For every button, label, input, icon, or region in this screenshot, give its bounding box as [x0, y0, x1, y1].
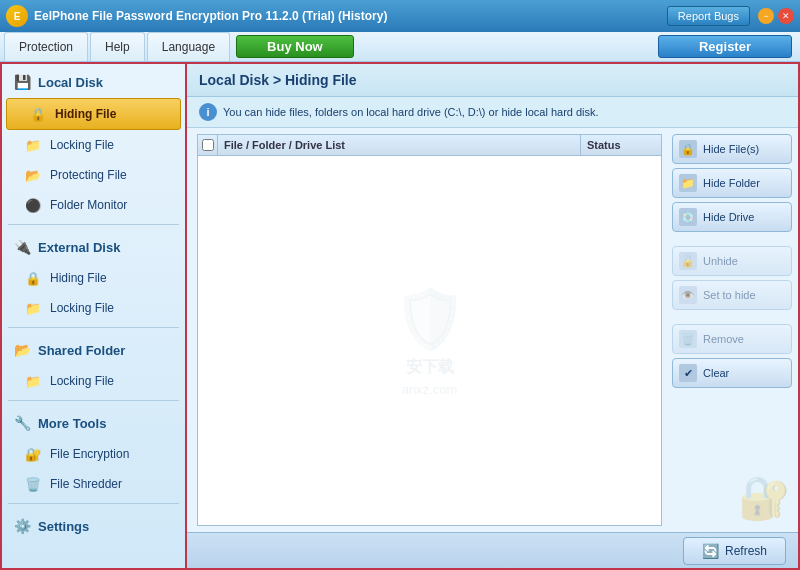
tab-language[interactable]: Language	[147, 32, 230, 61]
locking-file-icon: 📁	[24, 136, 42, 154]
set-to-hide-icon: 👁️	[679, 286, 697, 304]
settings-icon: ⚙️	[12, 516, 32, 536]
watermark-subtext: anxz.com	[402, 382, 458, 397]
select-all-checkbox[interactable]	[202, 139, 214, 151]
divider-1	[8, 224, 179, 225]
tab-help[interactable]: Help	[90, 32, 145, 61]
sidebar-item-hiding-file-local[interactable]: 🔒 Hiding File	[6, 98, 181, 130]
buy-now-button[interactable]: Buy Now	[236, 35, 354, 58]
sidebar-section-shared-folder: 📂 Shared Folder	[2, 332, 185, 366]
clear-icon: ✔	[679, 364, 697, 382]
close-button[interactable]: ✕	[778, 8, 794, 24]
shared-folder-icon: 📂	[12, 340, 32, 360]
content-area: Local Disk > Hiding File i You can hide …	[187, 64, 798, 568]
locking-file-shared-icon: 📁	[24, 372, 42, 390]
hide-drive-icon: 💿	[679, 208, 697, 226]
sidebar-item-folder-monitor[interactable]: ⚫ Folder Monitor	[2, 190, 185, 220]
action-buttons: 🔒 Hide File(s) 📁 Hide Folder 💿 Hide Driv…	[668, 128, 798, 532]
table-body: 🛡️ 安下载 anxz.com	[198, 156, 661, 525]
sidebar-item-hiding-file-external[interactable]: 🔒 Hiding File	[2, 263, 185, 293]
info-icon: i	[199, 103, 217, 121]
col-file-header: File / Folder / Drive List	[218, 135, 581, 155]
remove-icon: 🗑️	[679, 330, 697, 348]
minimize-button[interactable]: −	[758, 8, 774, 24]
hide-drive-button[interactable]: 💿 Hide Drive	[672, 202, 792, 232]
sidebar-section-external-disk: 🔌 External Disk	[2, 229, 185, 263]
sidebar-item-locking-file-external[interactable]: 📁 Locking File	[2, 293, 185, 323]
hide-folder-icon: 📁	[679, 174, 697, 192]
info-bar: i You can hide files, folders on local h…	[187, 97, 798, 128]
breadcrumb: Local Disk > Hiding File	[187, 64, 798, 97]
hide-folder-button[interactable]: 📁 Hide Folder	[672, 168, 792, 198]
title-bar: E EelPhone File Password Encryption Pro …	[0, 0, 800, 32]
file-table: File / Folder / Drive List Status 🛡️ 安下载…	[197, 134, 662, 526]
bottom-bar: 🔄 Refresh	[187, 532, 798, 568]
padlock-decoration: 🔐	[672, 392, 792, 526]
btn-separator-2	[672, 314, 792, 320]
sidebar-item-locking-file-local[interactable]: 📁 Locking File	[2, 130, 185, 160]
set-to-hide-button[interactable]: 👁️ Set to hide	[672, 280, 792, 310]
main-container: 💾 Local Disk 🔒 Hiding File 📁 Locking Fil…	[0, 62, 800, 570]
col-status-header: Status	[581, 135, 661, 155]
protecting-file-icon: 📂	[24, 166, 42, 184]
folder-monitor-icon: ⚫	[24, 196, 42, 214]
sidebar-item-protecting-file[interactable]: 📂 Protecting File	[2, 160, 185, 190]
header-checkbox[interactable]	[198, 135, 218, 155]
divider-3	[8, 400, 179, 401]
table-header: File / Folder / Drive List Status	[198, 135, 661, 156]
sidebar-section-local-disk: 💾 Local Disk	[2, 64, 185, 98]
hide-files-button[interactable]: 🔒 Hide File(s)	[672, 134, 792, 164]
table-wrapper: File / Folder / Drive List Status 🛡️ 安下载…	[187, 128, 798, 532]
btn-separator-1	[672, 236, 792, 242]
app-logo: E	[6, 5, 28, 27]
sidebar-item-file-encryption[interactable]: 🔐 File Encryption	[2, 439, 185, 469]
remove-button[interactable]: 🗑️ Remove	[672, 324, 792, 354]
more-tools-icon: 🔧	[12, 413, 32, 433]
refresh-icon: 🔄	[702, 543, 719, 559]
external-disk-icon: 🔌	[12, 237, 32, 257]
register-button[interactable]: Register	[658, 35, 792, 58]
tab-protection[interactable]: Protection	[4, 32, 88, 61]
sidebar-section-settings[interactable]: ⚙️ Settings	[2, 508, 185, 542]
file-encryption-icon: 🔐	[24, 445, 42, 463]
divider-2	[8, 327, 179, 328]
watermark: 🛡️ 安下载 anxz.com	[394, 285, 466, 397]
menu-bar: Protection Help Language Buy Now Registe…	[0, 32, 800, 62]
unhide-icon: 🔓	[679, 252, 697, 270]
file-shredder-icon: 🗑️	[24, 475, 42, 493]
watermark-text: 安下载	[406, 357, 454, 378]
hiding-file-ext-icon: 🔒	[24, 269, 42, 287]
clear-button[interactable]: ✔ Clear	[672, 358, 792, 388]
hiding-file-icon: 🔒	[29, 105, 47, 123]
app-title: EelPhone File Password Encryption Pro 11…	[34, 9, 387, 23]
sidebar-section-more-tools: 🔧 More Tools	[2, 405, 185, 439]
sidebar: 💾 Local Disk 🔒 Hiding File 📁 Locking Fil…	[2, 64, 187, 568]
unhide-button[interactable]: 🔓 Unhide	[672, 246, 792, 276]
locking-file-ext-icon: 📁	[24, 299, 42, 317]
refresh-button[interactable]: 🔄 Refresh	[683, 537, 786, 565]
sidebar-item-file-shredder[interactable]: 🗑️ File Shredder	[2, 469, 185, 499]
report-bugs-button[interactable]: Report Bugs	[667, 6, 750, 26]
local-disk-icon: 💾	[12, 72, 32, 92]
hide-files-icon: 🔒	[679, 140, 697, 158]
divider-4	[8, 503, 179, 504]
sidebar-item-locking-file-shared[interactable]: 📁 Locking File	[2, 366, 185, 396]
info-text: You can hide files, folders on local har…	[223, 106, 599, 118]
